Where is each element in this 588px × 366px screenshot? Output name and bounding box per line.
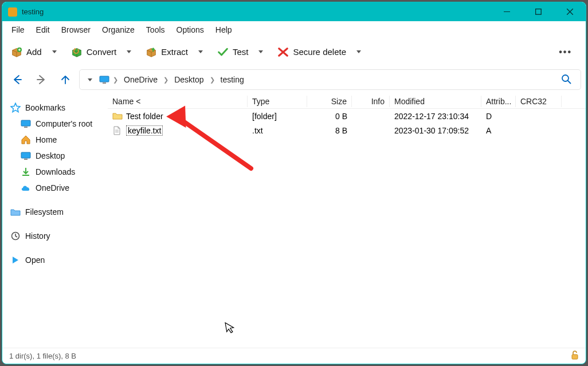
window-title: testing xyxy=(22,7,491,16)
sidebar: Bookmarks Computer's root Home Desktop D… xyxy=(2,94,108,348)
extract-dropdown[interactable] xyxy=(194,42,207,62)
svg-rect-9 xyxy=(21,120,30,126)
column-type[interactable]: Type xyxy=(248,96,307,107)
statusbar: 1 dir(s), 1 file(s), 8 B xyxy=(2,348,586,364)
sidebar-item-onedrive[interactable]: OneDrive xyxy=(6,180,104,196)
cell-size: 0 B xyxy=(307,111,352,122)
overflow-menu-button[interactable]: ••• xyxy=(548,45,582,60)
secure-delete-label: Secure delete xyxy=(293,47,346,57)
extract-label: Extract xyxy=(161,47,188,57)
svg-rect-10 xyxy=(24,127,28,128)
home-icon xyxy=(21,135,31,145)
file-row[interactable]: Test folder[folder]0 B2022-12-17 23:10:3… xyxy=(108,109,586,123)
menu-organize[interactable]: Organize xyxy=(96,23,140,37)
cell-attrib: A xyxy=(481,125,516,136)
breadcrumb-testing[interactable]: testing xyxy=(216,74,249,85)
extract-button[interactable]: Extract xyxy=(140,45,194,60)
content-area: Bookmarks Computer's root Home Desktop D… xyxy=(2,94,586,348)
svg-point-7 xyxy=(562,75,569,81)
svg-rect-6 xyxy=(103,82,106,84)
folder-icon xyxy=(112,112,123,121)
cell-modified: 2023-01-30 17:09:52 xyxy=(390,125,481,136)
close-button[interactable] xyxy=(554,2,586,21)
sidebar-item-history[interactable]: History xyxy=(6,228,104,244)
secure-delete-dropdown[interactable] xyxy=(352,42,366,62)
convert-button[interactable]: Convert xyxy=(66,45,123,60)
navigation-bar: ❯ OneDrive ❯ Desktop ❯ testing xyxy=(2,65,586,94)
minimize-button[interactable] xyxy=(491,2,523,21)
test-dropdown[interactable] xyxy=(254,42,268,62)
chevron-down-icon xyxy=(258,50,263,53)
chevron-down-icon xyxy=(127,50,131,53)
column-name[interactable]: Name < xyxy=(108,96,248,107)
svg-rect-18 xyxy=(572,355,578,359)
sidebar-item-label: Filesystem xyxy=(25,207,64,217)
sidebar-item-label: History xyxy=(25,231,50,241)
file-name: keyfile.txt xyxy=(126,125,163,136)
menu-edit[interactable]: Edit xyxy=(30,23,56,37)
file-pane: Name < Type Size Info Modified Attrib...… xyxy=(108,94,586,348)
sidebar-item-label: OneDrive xyxy=(36,183,69,192)
sidebar-item-label: Computer's root xyxy=(36,119,92,128)
column-crc[interactable]: CRC32 xyxy=(516,96,562,107)
lock-open-icon xyxy=(571,351,579,361)
download-icon xyxy=(21,167,31,177)
breadcrumb-desktop[interactable]: Desktop xyxy=(170,74,208,85)
add-dropdown[interactable] xyxy=(48,42,61,62)
sidebar-item-label: Bookmarks xyxy=(25,103,65,112)
toolbar: Add Convert Extract xyxy=(2,38,586,65)
maximize-button[interactable] xyxy=(523,2,554,21)
chevron-down-icon xyxy=(88,78,92,81)
x-delete-icon xyxy=(278,47,288,57)
cell-info xyxy=(352,129,390,132)
menu-help[interactable]: Help xyxy=(210,23,238,37)
sidebar-item-label: Desktop xyxy=(36,151,65,160)
nav-back-button[interactable] xyxy=(7,69,28,90)
sidebar-item-label: Open xyxy=(25,255,45,265)
file-icon xyxy=(112,126,123,135)
svg-rect-11 xyxy=(21,152,30,158)
cell-modified: 2022-12-17 23:10:34 xyxy=(390,111,481,122)
column-size[interactable]: Size xyxy=(307,96,352,107)
sidebar-item-label: Downloads xyxy=(36,167,75,176)
secure-delete-button[interactable]: Secure delete xyxy=(272,45,352,60)
column-modified[interactable]: Modified xyxy=(390,96,481,107)
breadcrumb-onedrive[interactable]: OneDrive xyxy=(119,74,162,85)
sidebar-item-open[interactable]: Open xyxy=(6,252,104,268)
file-list[interactable]: Test folder[folder]0 B2022-12-17 23:10:3… xyxy=(108,109,586,348)
column-headers: Name < Type Size Info Modified Attrib...… xyxy=(108,94,586,109)
nav-up-button[interactable] xyxy=(55,69,76,90)
crumb-sep-icon: ❯ xyxy=(112,76,119,84)
convert-dropdown[interactable] xyxy=(122,42,136,62)
search-button[interactable] xyxy=(555,72,577,88)
add-button[interactable]: Add xyxy=(6,45,48,60)
menu-file[interactable]: File xyxy=(6,23,30,37)
file-row[interactable]: keyfile.txt.txt8 B2023-01-30 17:09:52A xyxy=(108,123,586,137)
menu-tools[interactable]: Tools xyxy=(140,23,171,37)
nav-forward-button[interactable] xyxy=(31,69,52,90)
monitor-icon xyxy=(21,119,31,129)
sidebar-item-home[interactable]: Home xyxy=(6,132,104,148)
column-attrib[interactable]: Attrib... xyxy=(481,96,516,107)
address-bar[interactable]: ❯ OneDrive ❯ Desktop ❯ testing xyxy=(79,69,581,90)
crumb-sep-icon: ❯ xyxy=(162,76,170,84)
test-label: Test xyxy=(233,47,249,57)
sidebar-item-desktop[interactable]: Desktop xyxy=(6,148,104,164)
menubar: File Edit Browser Organize Tools Options… xyxy=(2,21,586,38)
folder-icon xyxy=(10,207,21,217)
menu-browser[interactable]: Browser xyxy=(56,23,96,37)
file-name: Test folder xyxy=(126,112,163,121)
sidebar-item-downloads[interactable]: Downloads xyxy=(6,164,104,180)
sidebar-item-label: Home xyxy=(36,135,57,144)
titlebar: testing xyxy=(2,2,586,21)
column-info[interactable]: Info xyxy=(352,96,390,107)
test-button[interactable]: Test xyxy=(212,45,254,60)
sidebar-item-filesystem[interactable]: Filesystem xyxy=(6,204,104,220)
sidebar-item-computers-root[interactable]: Computer's root xyxy=(6,116,104,132)
star-icon xyxy=(10,103,21,113)
svg-line-8 xyxy=(568,81,571,84)
menu-options[interactable]: Options xyxy=(171,23,210,37)
svg-rect-12 xyxy=(24,159,28,160)
address-history-dropdown[interactable] xyxy=(83,69,97,90)
sidebar-item-bookmarks[interactable]: Bookmarks xyxy=(6,100,104,116)
